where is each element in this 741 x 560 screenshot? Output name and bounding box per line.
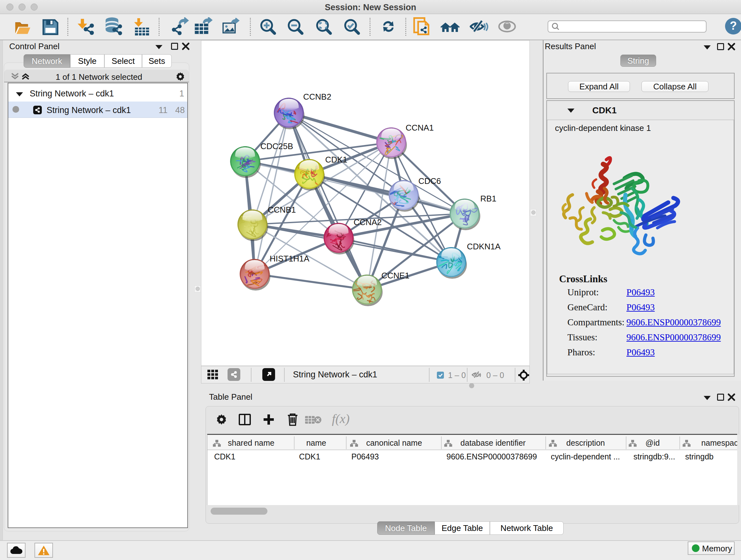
svg-text:CCNA2: CCNA2 [354, 217, 382, 227]
svg-text:CDK1: CDK1 [325, 155, 347, 165]
svg-text:CCNE1: CCNE1 [381, 271, 409, 280]
svg-text:CDC25B: CDC25B [260, 141, 293, 151]
svg-text:CCNB1: CCNB1 [268, 205, 296, 214]
svg-text:CDKN1A: CDKN1A [467, 242, 501, 251]
svg-text:CCNA1: CCNA1 [406, 123, 434, 132]
svg-text:CCNB2: CCNB2 [303, 92, 331, 102]
svg-text:HIST1H1A: HIST1H1A [270, 254, 310, 263]
svg-text:RB1: RB1 [480, 194, 496, 203]
svg-text:CDC6: CDC6 [418, 176, 441, 186]
